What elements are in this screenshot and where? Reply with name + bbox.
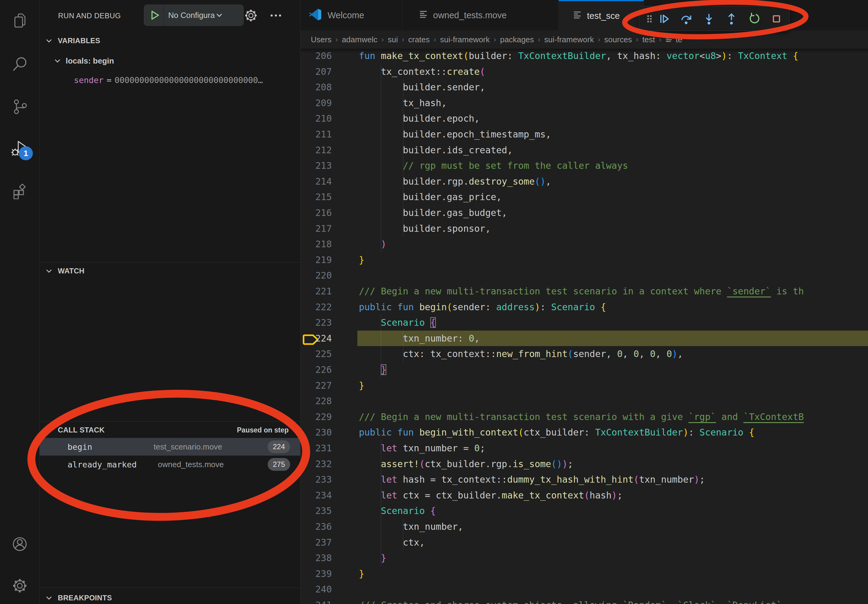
line-number[interactable]: 229 [305,409,332,425]
code-line-231[interactable]: 231 let txn_number = 0; [301,440,868,456]
breadcrumb-item-test[interactable]: test [642,35,655,44]
code-line-222[interactable]: 222public fun begin(sender: address): Sc… [301,299,868,315]
continue-icon[interactable] [657,12,671,26]
code-line-241[interactable]: 241/// Creates and shares system objects… [301,597,868,604]
breadcrumb-item-sui-framework[interactable]: sui-framework [544,35,594,44]
line-number[interactable]: 219 [305,252,332,268]
code-line-218[interactable]: 218 ) [301,236,868,252]
code-line-217[interactable]: 217 builder.sponsor, [301,221,868,237]
code-line-238[interactable]: 238 } [301,550,868,566]
search-icon[interactable] [11,55,29,73]
code-line-230[interactable]: 230public fun begin_with_context(ctx_bui… [301,424,868,440]
account-icon[interactable] [11,535,29,553]
line-number[interactable]: 216 [305,205,332,221]
line-number[interactable]: 218 [305,236,332,252]
line-number[interactable]: 236 [305,519,332,535]
line-number[interactable]: 230 [305,424,332,440]
step-out-icon[interactable] [725,12,738,26]
debug-settings-gear-icon[interactable] [243,8,259,23]
code-line-206[interactable]: 206fun make_tx_context(builder: TxContex… [301,48,868,64]
debug-configuration-dropdown[interactable]: No Configura [144,5,243,26]
breadcrumb-item-adamwelc[interactable]: adamwelc [342,35,377,44]
line-number[interactable]: 220 [305,268,332,283]
line-number[interactable]: 226 [305,362,332,378]
line-number[interactable]: 215 [305,189,332,205]
code-line-212[interactable]: 212 builder.ids_created, [301,142,868,158]
code-line-215[interactable]: 215 builder.gas_price, [301,189,868,205]
code-line-220[interactable]: 220 [301,268,868,283]
line-number[interactable]: 232 [305,456,332,472]
line-number[interactable]: 228 [305,393,332,409]
run-and-debug-icon[interactable]: 1 [11,139,29,157]
line-number[interactable]: 223 [305,315,332,331]
tab-test_sce[interactable]: test_sce [559,0,644,30]
locals-scope-row[interactable]: locals: begin [54,53,114,69]
source-control-icon[interactable] [11,98,29,115]
code-line-240[interactable]: 240 [301,581,868,597]
line-number[interactable]: 227 [305,378,332,393]
line-number[interactable]: 238 [305,550,332,566]
call-stack-section-header[interactable]: CALL STACK Paused on step [40,422,300,438]
code-line-209[interactable]: 209 tx_hash, [301,95,868,111]
line-number[interactable]: 237 [305,535,332,550]
line-number[interactable]: 222 [305,299,332,315]
code-line-211[interactable]: 211 builder.epoch_timestamp_ms, [301,127,868,142]
start-debug-icon[interactable] [149,9,161,21]
explorer-icon[interactable] [11,12,29,30]
breadcrumb-item-crates[interactable]: crates [408,35,430,44]
code-line-221[interactable]: 221/// Begin a new multi-transaction tes… [301,283,868,299]
line-number[interactable]: 210 [305,111,332,127]
call-stack-frame-already_marked[interactable]: already_markedowned_tests.move275 [40,455,300,473]
variable-row-sender[interactable]: sender = 00000000000000000000000000000… [74,72,293,88]
code-line-232[interactable]: 232 assert!(ctx_builder.rgp.is_some()); [301,456,868,472]
line-number[interactable]: 207 [305,64,332,80]
restart-icon[interactable] [747,12,761,26]
line-number[interactable]: 231 [305,440,332,456]
code-line-228[interactable]: 228 [301,393,868,409]
code-line-207[interactable]: 207 tx_context::create( [301,64,868,80]
code-line-234[interactable]: 234 let ctx = ctx_builder.make_tx_contex… [301,488,868,503]
line-number[interactable]: 212 [305,142,332,158]
code-line-233[interactable]: 233 let hash = tx_context::dummy_tx_hash… [301,472,868,488]
line-number[interactable]: 240 [305,581,332,597]
line-number[interactable]: 211 [305,127,332,142]
breakpoints-section-header[interactable]: BREAKPOINTS [40,590,300,604]
line-number[interactable]: 209 [305,95,332,111]
line-number[interactable]: 225 [305,346,332,362]
code-editor[interactable]: 206fun make_tx_context(builder: TxContex… [301,0,868,604]
line-number[interactable]: 214 [305,173,332,189]
line-number[interactable]: 208 [305,79,332,95]
code-line-210[interactable]: 210 builder.epoch, [301,111,868,127]
breadcrumb-item-file[interactable]: te [676,35,682,44]
call-stack-frame-begin[interactable]: begintest_scenario.move224 [40,438,300,455]
code-line-224[interactable]: 224 txn_number: 0, [301,331,868,346]
step-into-icon[interactable] [702,12,716,26]
breadcrumb-item-packages[interactable]: packages [500,35,534,44]
code-line-227[interactable]: 227} [301,378,868,393]
more-actions-icon[interactable] [268,8,284,23]
code-line-235[interactable]: 235 Scenario { [301,503,868,519]
code-line-216[interactable]: 216 builder.gas_budget, [301,205,868,221]
extensions-icon[interactable] [11,181,29,199]
line-number[interactable]: 239 [305,566,332,582]
tab-owned_tests.move[interactable]: owned_tests.move [402,0,559,30]
drag-grip-icon[interactable] [643,12,651,26]
code-line-219[interactable]: 219} [301,252,868,268]
variables-section-header[interactable]: VARIABLES [40,33,300,49]
code-line-213[interactable]: 213 // rgp must be set from the caller a… [301,158,868,173]
line-number[interactable]: 241 [305,597,332,604]
line-number[interactable]: 234 [305,488,332,503]
breadcrumb-item-sui[interactable]: sui [388,35,398,44]
step-over-icon[interactable] [680,12,693,26]
code-line-229[interactable]: 229/// Begin a new multi-transaction tes… [301,409,868,425]
code-line-225[interactable]: 225 ctx: tx_context::new_from_hint(sende… [301,346,868,362]
code-line-236[interactable]: 236 txn_number, [301,519,868,535]
line-number[interactable]: 217 [305,221,332,237]
watch-section-header[interactable]: WATCH [40,263,300,279]
code-line-239[interactable]: 239} [301,566,868,582]
code-line-208[interactable]: 208 builder.sender, [301,79,868,95]
code-line-237[interactable]: 237 ctx, [301,535,868,550]
breadcrumb-item-Users[interactable]: Users [311,35,332,44]
line-number[interactable]: 233 [305,472,332,488]
line-number[interactable]: 206 [305,48,332,64]
